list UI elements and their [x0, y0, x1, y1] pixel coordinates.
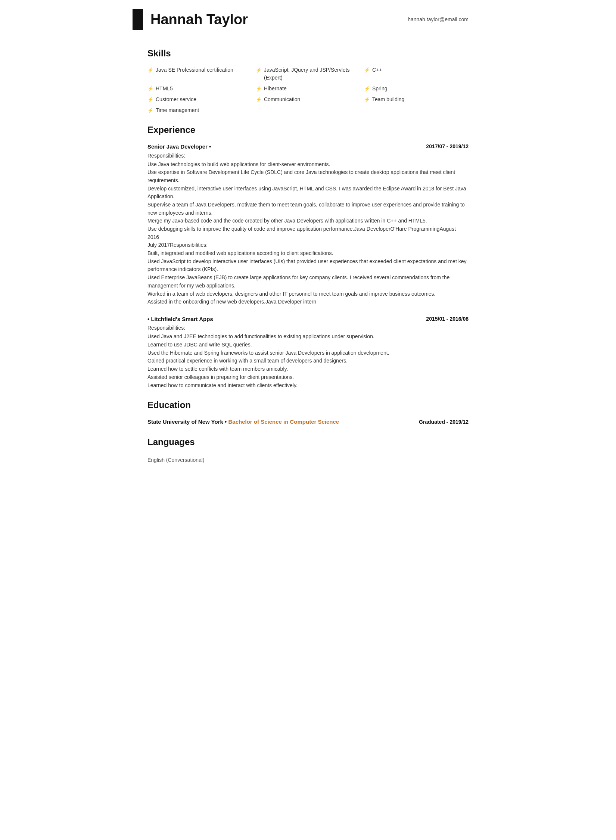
header-accent-bar: [133, 9, 143, 30]
languages-section-title: Languages: [147, 435, 469, 449]
bolt-icon: ⚡: [147, 85, 153, 93]
skill-item: ⚡Communication: [256, 96, 360, 103]
bolt-icon: ⚡: [256, 85, 262, 93]
edu-dates: Graduated - 2019/12: [419, 418, 469, 426]
edu-institution: State University of New York: [147, 419, 223, 425]
job-title: • Litchfield's Smart Apps: [147, 315, 213, 324]
skill-item: ⚡Java SE Professional certification: [147, 66, 252, 82]
candidate-name: Hannah Taylor: [150, 9, 408, 30]
candidate-email: hannah.taylor@email.com: [408, 9, 469, 30]
bolt-icon: ⚡: [147, 107, 153, 114]
skills-section-title: Skills: [147, 47, 469, 60]
job-header: • Litchfield's Smart Apps 2015/01 - 2016…: [147, 315, 469, 324]
skill-label: Customer service: [156, 96, 196, 103]
bolt-icon: ⚡: [256, 96, 262, 103]
resume-header: Hannah Taylor hannah.taylor@email.com: [133, 0, 483, 39]
job-dates: 2017/07 - 2019/12: [426, 143, 469, 150]
job-body: Used Java and J2EE technologies to add f…: [147, 333, 469, 389]
skill-label: C++: [372, 66, 382, 74]
bolt-icon: ⚡: [364, 66, 370, 74]
bolt-icon: ⚡: [256, 66, 262, 74]
skill-item: ⚡Customer service: [147, 96, 252, 103]
skill-item: ⚡Team building: [364, 96, 469, 103]
languages-section: Languages English (Conversational): [133, 435, 483, 466]
skill-item: ⚡Hibernate: [256, 85, 360, 93]
bolt-icon: ⚡: [364, 85, 370, 93]
skill-item: ⚡JavaScript, JQuery and JSP/Servlets (Ex…: [256, 66, 360, 82]
skill-label: Hibernate: [264, 85, 287, 93]
job-body: Use Java technologies to build web appli…: [147, 161, 469, 306]
edu-degree: Bachelor of Science in Computer Science: [228, 419, 339, 425]
skills-section: Skills ⚡Java SE Professional certificati…: [133, 47, 483, 114]
edu-title: State University of New York • Bachelor …: [147, 418, 339, 426]
job-title: Senior Java Developer •: [147, 143, 211, 151]
skills-grid: ⚡Java SE Professional certification⚡Java…: [147, 66, 469, 114]
bolt-icon: ⚡: [147, 66, 153, 74]
job-header: Senior Java Developer • 2017/07 - 2019/1…: [147, 143, 469, 151]
skill-label: Java SE Professional certification: [156, 66, 233, 74]
education-entry: State University of New York • Bachelor …: [147, 418, 469, 426]
skill-label: Time management: [156, 106, 199, 114]
job-entry: • Litchfield's Smart Apps 2015/01 - 2016…: [147, 315, 469, 389]
skill-label: HTML5: [156, 85, 173, 93]
skill-item: ⚡Spring: [364, 85, 469, 93]
education-section-title: Education: [147, 398, 469, 412]
skill-label: Communication: [264, 96, 300, 103]
job-dates: 2015/01 - 2016/08: [426, 315, 469, 323]
responsibilities-label: Responsibilities:: [147, 152, 469, 160]
skill-item: ⚡HTML5: [147, 85, 252, 93]
responsibilities-label: Responsibilities:: [147, 324, 469, 332]
experience-section: Experience Senior Java Developer • 2017/…: [133, 123, 483, 389]
skill-item: ⚡C++: [364, 66, 469, 82]
job-entry: Senior Java Developer • 2017/07 - 2019/1…: [147, 143, 469, 306]
skill-label: Team building: [372, 96, 404, 103]
education-section: Education State University of New York •…: [133, 398, 483, 426]
bolt-icon: ⚡: [147, 96, 153, 103]
bolt-icon: ⚡: [364, 96, 370, 103]
experience-section-title: Experience: [147, 123, 469, 137]
language-item: English (Conversational): [147, 455, 469, 466]
skill-label: Spring: [372, 85, 387, 93]
skill-label: JavaScript, JQuery and JSP/Servlets (Exp…: [264, 66, 360, 82]
skill-item: ⚡Time management: [147, 106, 252, 114]
